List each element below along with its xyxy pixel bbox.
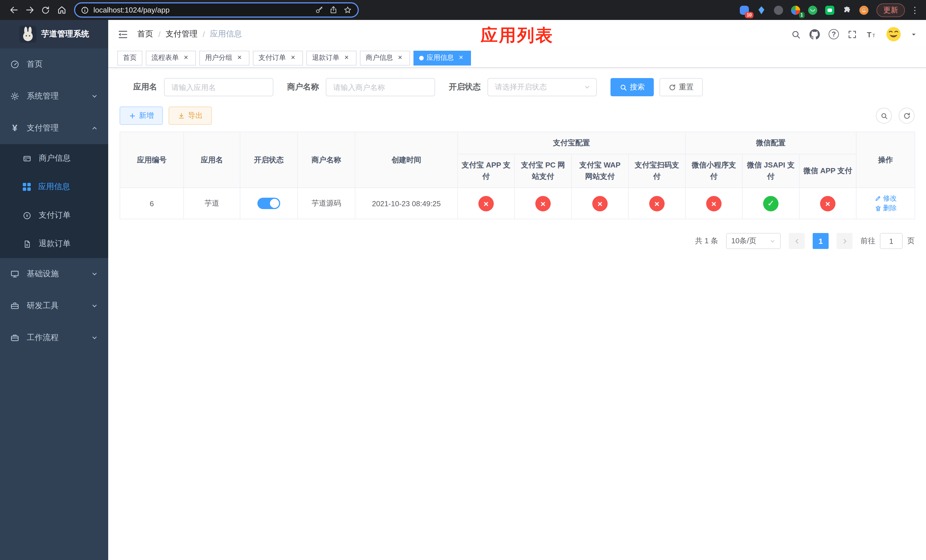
extension-icon-4[interactable]: 1: [790, 4, 801, 16]
sidebar-item-app-info[interactable]: 应用信息: [0, 173, 108, 201]
help-icon[interactable]: ?: [829, 29, 839, 39]
refresh-icon: [669, 83, 676, 91]
tab-home[interactable]: 首页: [117, 50, 142, 65]
extension-icon-2[interactable]: [756, 4, 767, 16]
tab-close-icon[interactable]: ×: [342, 53, 351, 62]
tab-refund-order[interactable]: 退款订单×: [306, 50, 357, 65]
browser-back-button[interactable]: [6, 2, 22, 18]
app-shell: 芋道管理系统 首页 系统管理 ¥ 支付管理 商户信息: [0, 20, 926, 560]
extensions-area: 10 1: [738, 4, 870, 16]
status-select[interactable]: 请选择开启状态: [487, 78, 597, 96]
url-bar[interactable]: localhost:1024/pay/app: [74, 2, 359, 18]
tab-close-icon[interactable]: ×: [289, 53, 297, 62]
next-page-button[interactable]: [837, 233, 853, 249]
sidebar-item-label: 研发工具: [27, 301, 59, 311]
status-toggle[interactable]: [257, 198, 280, 209]
search-button[interactable]: 搜索: [610, 78, 654, 96]
wechat-mini-pay-status-icon: ×: [706, 196, 722, 211]
caret-down-icon[interactable]: [911, 31, 917, 37]
search-icon[interactable]: [791, 29, 801, 39]
page-size-select[interactable]: 10条/页: [726, 233, 781, 249]
reset-button[interactable]: 重置: [660, 78, 703, 96]
column-header: 微信 JSAPI 支付: [742, 154, 799, 188]
alipay-app-pay-status-icon: ×: [478, 196, 494, 211]
column-header: 应用编号: [120, 132, 184, 188]
fullscreen-icon[interactable]: [847, 29, 857, 39]
breadcrumb-item-home[interactable]: 首页: [137, 29, 153, 39]
extension-icon-3[interactable]: [773, 4, 784, 16]
search-icon: [880, 112, 888, 120]
github-icon[interactable]: [809, 29, 820, 39]
add-button[interactable]: 新增: [120, 106, 163, 125]
toggle-search-button[interactable]: [876, 107, 892, 124]
extension-icon-1[interactable]: 10: [738, 4, 750, 16]
browser-menu-button[interactable]: ⋮: [911, 5, 919, 15]
sidebar-collapse-button[interactable]: [117, 29, 128, 39]
export-button-label: 导出: [188, 110, 203, 121]
hamburger-fold-icon: [117, 29, 128, 39]
chevron-right-icon: [841, 238, 848, 245]
tab-merchant-info[interactable]: 商户信息×: [360, 50, 410, 65]
tab-user-group[interactable]: 用户分组×: [199, 50, 250, 65]
extension-icon-6[interactable]: [824, 4, 835, 16]
download-icon: [178, 112, 185, 120]
breadcrumb-item-payment[interactable]: 支付管理: [166, 29, 198, 39]
merchant-name-input[interactable]: [326, 78, 435, 96]
home-icon: [57, 5, 67, 15]
sidebar-item-refund-order[interactable]: 退款订单: [0, 230, 108, 258]
browser-profile-avatar[interactable]: [858, 4, 870, 16]
edit-pen-icon: [875, 195, 881, 202]
sidebar-item-system[interactable]: 系统管理: [0, 80, 108, 112]
alipay-qr-pay-status-icon: ×: [649, 196, 664, 211]
sidebar-item-home[interactable]: 首页: [0, 48, 108, 80]
browser-update-button[interactable]: 更新: [876, 3, 905, 17]
chevron-down-icon: [91, 271, 98, 277]
delete-link[interactable]: 删除: [875, 204, 897, 213]
extension-badge: 10: [745, 12, 754, 18]
site-info-icon[interactable]: [81, 6, 89, 14]
chevron-down-icon: [584, 84, 590, 91]
tab-app-info[interactable]: 应用信息×: [413, 50, 471, 65]
bookmark-star-icon[interactable]: [343, 6, 352, 14]
browser-forward-button[interactable]: [22, 2, 38, 18]
prev-page-button[interactable]: [789, 233, 805, 249]
share-icon[interactable]: [329, 6, 338, 14]
sidebar-item-merchant-info[interactable]: 商户信息: [0, 144, 108, 173]
sidebar-item-workflow[interactable]: 工作流程: [0, 322, 108, 354]
breadcrumb-separator: /: [158, 30, 160, 39]
app-name-input[interactable]: [164, 78, 273, 96]
tab-pay-order[interactable]: 支付订单×: [253, 50, 303, 65]
password-key-icon[interactable]: [315, 6, 324, 14]
tab-label: 退款订单: [312, 53, 339, 63]
app-logo[interactable]: 芋道管理系统: [0, 20, 108, 48]
tab-label: 用户分组: [205, 53, 232, 63]
tab-close-icon[interactable]: ×: [396, 53, 404, 62]
sidebar-item-infra[interactable]: 基础设施: [0, 258, 108, 290]
browser-home-button[interactable]: [53, 2, 70, 18]
goto-page-input[interactable]: [880, 233, 903, 249]
tab-close-icon[interactable]: ×: [235, 53, 244, 62]
sidebar-item-pay-order[interactable]: ¥ 支付订单: [0, 201, 108, 230]
sidebar-item-payment[interactable]: ¥ 支付管理: [0, 112, 108, 144]
sidebar-item-dev-tools[interactable]: 研发工具: [0, 290, 108, 322]
font-size-icon[interactable]: TT: [865, 29, 876, 39]
tab-close-icon[interactable]: ×: [457, 53, 465, 62]
tab-close-icon[interactable]: ×: [182, 53, 190, 62]
extensions-puzzle-icon[interactable]: [841, 4, 853, 16]
yen-icon: ¥: [10, 123, 20, 133]
tab-process-form[interactable]: 流程表单×: [146, 50, 196, 65]
tab-label: 支付订单: [259, 53, 286, 63]
column-header: 支付宝扫码支付: [628, 154, 685, 188]
export-button[interactable]: 导出: [169, 106, 212, 125]
user-avatar[interactable]: [885, 26, 902, 43]
column-header: 开启状态: [240, 132, 298, 188]
browser-reload-button[interactable]: [38, 2, 53, 18]
column-header: 支付宝 WAP 网站支付: [572, 154, 628, 188]
page-number-current[interactable]: 1: [813, 233, 829, 249]
extension-icon-5[interactable]: [807, 4, 819, 16]
refresh-table-button[interactable]: [899, 107, 915, 124]
edit-link[interactable]: 修改: [875, 194, 897, 203]
alipay-pc-pay-status-icon: ×: [535, 196, 551, 211]
page-content: 应用名 商户名称 开启状态 请选择开启状态 搜索 重置: [108, 68, 926, 560]
url-text[interactable]: localhost:1024/pay/app: [94, 6, 310, 14]
